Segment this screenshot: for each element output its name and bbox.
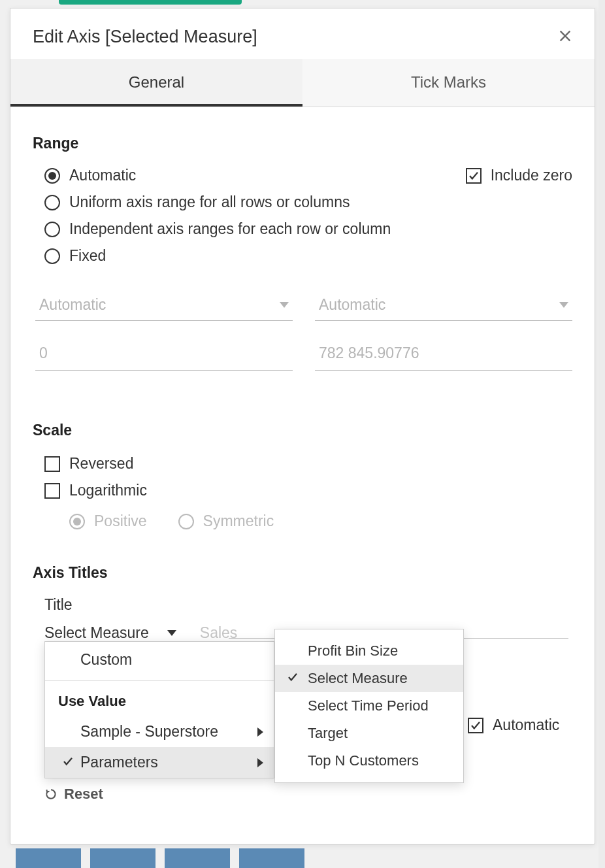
flyout-item-label: Parameters bbox=[80, 754, 158, 771]
scale-heading: Scale bbox=[33, 422, 572, 439]
chevron-down-icon bbox=[559, 302, 568, 308]
sheet-tab[interactable] bbox=[16, 848, 81, 868]
scale-checkbox-list: Reversed Logarithmic bbox=[44, 455, 572, 499]
tab-tick-marks[interactable]: Tick Marks bbox=[302, 59, 595, 107]
flyout-item-label: Sample - Superstore bbox=[80, 723, 218, 741]
range-radio-group: Automatic Uniform axis range for all row… bbox=[44, 167, 391, 265]
subtitle-automatic-checkbox[interactable]: Automatic bbox=[468, 716, 559, 734]
menu-divider bbox=[45, 680, 274, 681]
radio-circle-icon bbox=[69, 514, 85, 529]
checkbox-box-icon bbox=[466, 168, 482, 184]
reset-label: Reset bbox=[64, 786, 103, 803]
checkbox-label: Automatic bbox=[493, 716, 559, 734]
flyout-item-parameters[interactable]: Parameters bbox=[45, 747, 274, 778]
radio-independent[interactable]: Independent axis ranges for each row or … bbox=[44, 220, 391, 238]
sheet-tab[interactable] bbox=[239, 848, 304, 868]
flyout-item-datasource[interactable]: Sample - Superstore bbox=[45, 716, 274, 747]
sheet-tab[interactable] bbox=[165, 848, 230, 868]
fixed-value-row bbox=[35, 339, 572, 371]
fixed-end-input[interactable] bbox=[315, 339, 572, 371]
checkbox-box-icon bbox=[44, 483, 60, 499]
flyout-heading-use-value: Use Value bbox=[45, 684, 274, 716]
parameters-flyout: Profit Bin Size Select Measure Select Ti… bbox=[274, 629, 464, 783]
sheet-tab[interactable] bbox=[90, 848, 155, 868]
radio-uniform[interactable]: Uniform axis range for all rows or colum… bbox=[44, 193, 391, 211]
chevron-down-icon bbox=[167, 630, 176, 636]
radio-label: Fixed bbox=[69, 247, 106, 265]
checkbox-logarithmic[interactable]: Logarithmic bbox=[44, 482, 572, 499]
radio-automatic[interactable]: Automatic bbox=[44, 167, 391, 184]
checkbox-label: Logarithmic bbox=[69, 482, 147, 499]
radio-label: Automatic bbox=[69, 167, 136, 184]
right-edge-bar bbox=[598, 0, 605, 868]
param-label: Select Measure bbox=[308, 670, 408, 687]
param-label: Select Time Period bbox=[308, 697, 429, 714]
reset-icon bbox=[44, 788, 57, 801]
title-value: Select Measure bbox=[44, 624, 149, 642]
param-item-target[interactable]: Target bbox=[275, 720, 463, 747]
radio-positive: Positive bbox=[69, 512, 147, 530]
checkbox-include-zero[interactable]: Include zero bbox=[466, 167, 572, 184]
checkbox-reversed[interactable]: Reversed bbox=[44, 455, 572, 473]
axis-titles-heading: Axis Titles bbox=[33, 564, 572, 582]
check-icon bbox=[62, 754, 74, 771]
checkbox-box-icon bbox=[44, 456, 60, 472]
log-mode-row: Positive Symmetric bbox=[69, 512, 572, 530]
tab-bar: General Tick Marks bbox=[10, 59, 595, 107]
title-label: Title bbox=[44, 596, 572, 614]
check-icon bbox=[287, 670, 299, 687]
chevron-down-icon bbox=[280, 302, 289, 308]
param-label: Target bbox=[308, 725, 348, 742]
radio-symmetric: Symmetric bbox=[178, 512, 274, 530]
param-item-profit-bin-size[interactable]: Profit Bin Size bbox=[275, 637, 463, 665]
param-item-select-measure[interactable]: Select Measure bbox=[275, 665, 463, 692]
radio-label: Uniform axis range for all rows or colum… bbox=[69, 193, 350, 211]
range-row: Automatic Uniform axis range for all row… bbox=[33, 167, 572, 265]
fixed-start-input[interactable] bbox=[35, 339, 293, 371]
param-label: Profit Bin Size bbox=[308, 643, 398, 659]
radio-circle-icon bbox=[44, 195, 60, 210]
flyout-item-custom[interactable]: Custom bbox=[45, 642, 274, 678]
dialog-title: Edit Axis [Selected Measure] bbox=[33, 27, 257, 47]
fixed-start-mode-dropdown[interactable]: Automatic bbox=[35, 291, 293, 321]
fixed-end-mode-dropdown[interactable]: Automatic bbox=[315, 291, 572, 321]
sheet-tabs-bottom bbox=[16, 848, 304, 868]
checkbox-label: Reversed bbox=[69, 455, 133, 473]
checkbox-label: Include zero bbox=[491, 167, 572, 184]
param-label: Top N Customers bbox=[308, 752, 419, 769]
param-item-top-n[interactable]: Top N Customers bbox=[275, 747, 463, 775]
radio-circle-icon bbox=[44, 248, 60, 264]
dropdown-value: Automatic bbox=[319, 296, 385, 314]
subtitle-faded: Sales bbox=[200, 624, 238, 642]
close-icon bbox=[558, 29, 572, 43]
check-icon bbox=[468, 170, 480, 182]
chevron-right-icon bbox=[257, 758, 263, 767]
range-heading: Range bbox=[33, 135, 572, 152]
title-dropdown[interactable]: Select Measure bbox=[44, 624, 176, 642]
radio-label: Symmetric bbox=[203, 512, 274, 530]
check-icon bbox=[470, 720, 482, 731]
chevron-right-icon bbox=[257, 727, 263, 737]
radio-fixed[interactable]: Fixed bbox=[44, 247, 391, 265]
dialog-header: Edit Axis [Selected Measure] bbox=[10, 8, 595, 59]
radio-label: Positive bbox=[94, 512, 147, 530]
param-item-select-time-period[interactable]: Select Time Period bbox=[275, 692, 463, 720]
tab-general[interactable]: General bbox=[10, 59, 302, 107]
checkbox-box-icon bbox=[468, 718, 483, 733]
close-button[interactable] bbox=[558, 29, 572, 46]
radio-circle-icon bbox=[44, 222, 60, 237]
title-source-flyout: Custom Use Value Sample - Superstore Par… bbox=[44, 641, 274, 778]
radio-circle-icon bbox=[44, 168, 60, 184]
teal-accent-bar bbox=[59, 0, 242, 5]
scale-section: Scale Reversed Logarithmic Positive bbox=[33, 422, 572, 530]
dropdown-value: Automatic bbox=[39, 296, 106, 314]
radio-label: Independent axis ranges for each row or … bbox=[69, 220, 391, 238]
radio-circle-icon bbox=[178, 514, 194, 529]
fixed-mode-row: Automatic Automatic bbox=[35, 291, 572, 321]
reset-button[interactable]: Reset bbox=[44, 786, 572, 803]
